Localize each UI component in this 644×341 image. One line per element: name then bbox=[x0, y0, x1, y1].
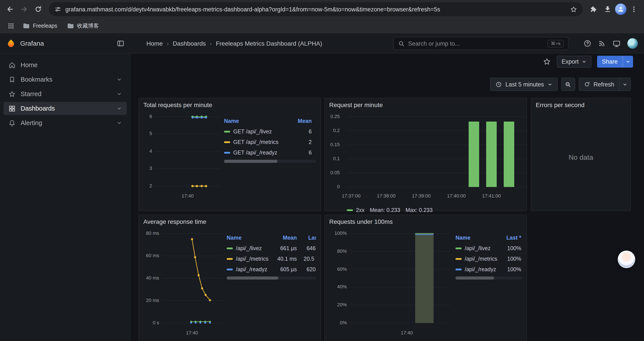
panel-title[interactable]: Average response time bbox=[139, 215, 320, 228]
browser-menu-icon[interactable] bbox=[627, 3, 640, 16]
export-label: Export bbox=[562, 58, 579, 65]
zoom-out-button[interactable] bbox=[561, 78, 575, 91]
help-icon[interactable] bbox=[584, 40, 592, 47]
series-toggle[interactable]: GET /api/_/metrics bbox=[224, 139, 286, 145]
chevron-down-icon[interactable] bbox=[116, 77, 122, 82]
scrollbar-thumb[interactable] bbox=[224, 160, 278, 163]
apps-grid-icon[interactable] bbox=[5, 20, 17, 32]
chevron-down-icon[interactable] bbox=[116, 106, 122, 111]
legend-col-last[interactable]: Last * bbox=[499, 235, 521, 241]
sidebar-item-bookmarks[interactable]: Bookmarks bbox=[4, 73, 127, 86]
share-dropdown-button[interactable] bbox=[622, 56, 633, 67]
share-button[interactable]: Share bbox=[597, 56, 622, 67]
url-text[interactable]: grafana.mathmast.com/d/deytv4rwavabkb/fr… bbox=[65, 6, 566, 13]
panel-avg-response-time: Average response time 80 ms 60 ms 40 ms … bbox=[138, 215, 321, 341]
favorite-star-icon[interactable] bbox=[543, 57, 551, 66]
breadcrumb-home[interactable]: Home bbox=[146, 40, 163, 47]
y-tick: 80% bbox=[337, 248, 347, 254]
bookmark-star-icon[interactable] bbox=[570, 6, 577, 13]
plot-area[interactable] bbox=[162, 229, 223, 329]
series-mean: 605 µs bbox=[270, 266, 297, 272]
y-tick: 3 bbox=[150, 165, 152, 171]
sidebar-toggle-icon[interactable] bbox=[116, 39, 124, 47]
chevron-down-icon[interactable] bbox=[116, 120, 122, 126]
forward-icon[interactable] bbox=[18, 3, 31, 16]
sidebar-item-starred[interactable]: Starred bbox=[4, 87, 127, 101]
legend-row: /api/_/metrics 40.1 ms 20.5 ms bbox=[227, 254, 316, 264]
legend-col-mean[interactable]: Mean bbox=[286, 118, 312, 124]
legend-scrollbar[interactable] bbox=[224, 160, 316, 163]
kiosk-monitor-icon[interactable] bbox=[612, 39, 621, 48]
breadcrumb-dashboards[interactable]: Dashboards bbox=[173, 40, 206, 47]
bookmark-icon bbox=[8, 76, 16, 83]
plot-area[interactable] bbox=[155, 112, 220, 192]
legend-col-last[interactable]: Last * bbox=[297, 235, 316, 241]
series-toggle[interactable]: /api/_/metrics bbox=[456, 256, 499, 262]
panel-title[interactable]: Request per minute bbox=[325, 98, 526, 112]
series-toggle[interactable]: GET /api/_/readyz bbox=[224, 150, 286, 156]
plot-area[interactable] bbox=[350, 229, 450, 329]
series-max-stat: Max: 0.233 bbox=[406, 207, 433, 213]
legend-table: Name Mean GET /api/_/livez 6 GET /api/_/… bbox=[224, 112, 316, 163]
refresh-button[interactable]: Refresh bbox=[578, 78, 620, 91]
series-toggle[interactable]: /api/_/readyz bbox=[227, 266, 270, 272]
series-toggle[interactable]: GET /api/_/livez bbox=[224, 129, 286, 135]
series-toggle[interactable]: /api/_/readyz bbox=[456, 266, 499, 272]
grafana-logo[interactable] bbox=[6, 38, 16, 48]
legend-scrollbar[interactable] bbox=[227, 276, 316, 279]
series-swatch-green bbox=[227, 247, 233, 249]
site-info-icon[interactable] bbox=[54, 6, 62, 13]
y-tick: 6 bbox=[150, 114, 152, 119]
line-chart-response-time[interactable]: 80 ms 60 ms 40 ms 20 ms 0 s bbox=[143, 229, 223, 339]
series-toggle[interactable]: 2xx bbox=[347, 207, 364, 213]
legend-col-name[interactable]: Name bbox=[224, 118, 286, 124]
legend-scrollbar[interactable] bbox=[456, 276, 522, 279]
address-bar[interactable]: grafana.mathmast.com/d/deytv4rwavabkb/fr… bbox=[49, 2, 582, 16]
share-split-button: Share bbox=[597, 56, 633, 67]
export-button[interactable]: Export bbox=[557, 56, 592, 67]
series-swatch-blue bbox=[456, 269, 462, 270]
sidebar-item-label: Home bbox=[20, 62, 38, 69]
downloads-icon[interactable] bbox=[601, 3, 614, 16]
sidebar-item-dashboards[interactable]: Dashboards bbox=[4, 102, 127, 115]
plot-area[interactable] bbox=[347, 112, 526, 192]
legend-col-name[interactable]: Name bbox=[227, 235, 270, 241]
series-mean: 2 bbox=[286, 139, 312, 145]
floating-assistant-avatar[interactable] bbox=[618, 251, 635, 268]
search-input[interactable]: Search or jump to... ⌘+k bbox=[393, 37, 568, 50]
chevron-down-icon[interactable] bbox=[116, 91, 122, 97]
legend-col-mean[interactable]: Mean bbox=[270, 235, 297, 241]
refresh-interval-dropdown[interactable] bbox=[620, 78, 631, 91]
sidebar-item-home[interactable]: Home bbox=[4, 58, 127, 72]
back-icon[interactable] bbox=[4, 3, 17, 16]
series-name: 2xx bbox=[356, 207, 364, 213]
extensions-icon[interactable] bbox=[587, 3, 600, 16]
legend-row: GET /api/_/livez 6 bbox=[224, 126, 316, 137]
scrollbar-thumb[interactable] bbox=[456, 276, 494, 279]
scrollbar-thumb[interactable] bbox=[227, 276, 278, 279]
time-range-picker[interactable]: Last 5 minutes bbox=[490, 78, 558, 91]
series-mean: 6 bbox=[286, 150, 312, 156]
grafana-header: Grafana Home › Dashboards › Freeleaps Me… bbox=[0, 33, 644, 54]
bookmark-folder-blogs[interactable]: 收藏博客 bbox=[63, 21, 102, 31]
series-toggle[interactable]: /api/_/livez bbox=[456, 245, 499, 251]
series-toggle[interactable]: /api/_/livez bbox=[227, 245, 270, 251]
user-avatar[interactable] bbox=[627, 38, 638, 49]
sidebar-item-alerting[interactable]: Alerting bbox=[4, 116, 127, 129]
panel-title[interactable]: Requests under 100ms bbox=[325, 215, 526, 228]
legend-header: Name Last * bbox=[456, 233, 522, 243]
breadcrumb-current: Freeleaps Metrics Dashboard (ALPHA) bbox=[216, 40, 322, 47]
reload-icon[interactable] bbox=[32, 3, 45, 16]
panel-title[interactable]: Total requests per minute bbox=[139, 98, 320, 112]
legend-col-name[interactable]: Name bbox=[456, 235, 499, 241]
line-chart-total-requests[interactable]: 6 5 4 3 2 bbox=[143, 112, 220, 200]
bookmark-folder-freeleaps[interactable]: Freeleaps bbox=[19, 21, 61, 31]
series-toggle[interactable]: /api/_/metrics bbox=[227, 256, 270, 262]
browser-profile-avatar[interactable] bbox=[615, 4, 626, 15]
folder-icon bbox=[23, 22, 30, 30]
panel-title[interactable]: Errors per second bbox=[531, 98, 630, 112]
bar-chart-under-100ms[interactable]: 100% 80% 60% 40% 20% 0% bbox=[329, 229, 452, 339]
panel-request-per-minute: Request per minute 0.25 0.2 0.15 0.1 0.0… bbox=[324, 98, 527, 211]
news-rss-icon[interactable] bbox=[598, 40, 606, 47]
bar-chart-requests[interactable]: 0.25 0.2 0.15 0.1 0.05 0 bbox=[329, 112, 522, 204]
